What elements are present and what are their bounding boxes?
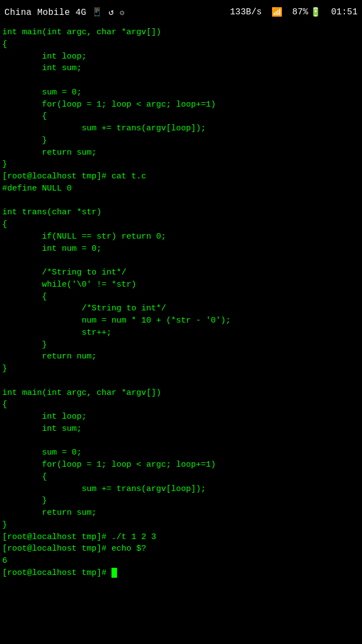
network-speed: 133B/s [230,7,262,17]
status-bar: China Mobile 4G 📱 ↺ ☼ 133B/s 📶 87% 🔋 01:… [0,0,362,24]
battery-icon: 🔋 [310,7,321,18]
battery-level: 87% [292,7,308,17]
terminal-cursor [111,568,117,578]
status-right: 133B/s 📶 87% 🔋 01:51 [230,7,358,18]
terminal-output: int main(int argc, char *argv[]) { int l… [0,24,362,582]
carrier-text: China Mobile 4G 📱 ↺ ☼ [4,7,125,18]
clock: 01:51 [331,7,358,17]
signal-icon: 📶 [272,7,283,18]
